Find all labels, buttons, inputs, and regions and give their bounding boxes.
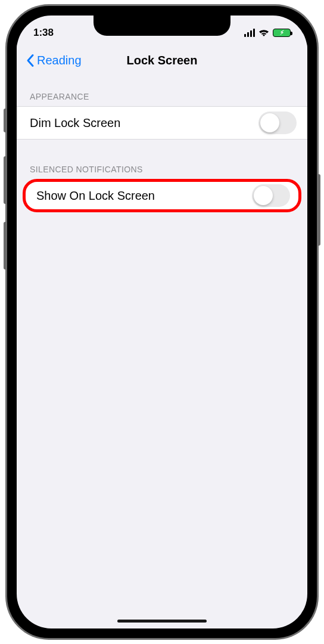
- side-button: [317, 174, 320, 246]
- row-group-appearance: Dim Lock Screen: [17, 106, 307, 140]
- back-label: Reading: [37, 54, 82, 67]
- screen: 1:38 ⚡︎ Reading Lock Screen APPEARANCE: [17, 16, 307, 628]
- content: APPEARANCE Dim Lock Screen SILENCED NOTI…: [17, 76, 307, 212]
- notch: [94, 16, 230, 36]
- row-show-on-lock-screen[interactable]: Show On Lock Screen: [23, 179, 301, 212]
- section-header-appearance: APPEARANCE: [17, 88, 307, 106]
- section-header-silenced: SILENCED NOTIFICATIONS: [17, 161, 307, 179]
- volume-down-button: [4, 222, 7, 270]
- back-button[interactable]: Reading: [26, 54, 82, 67]
- spacer: [17, 140, 307, 161]
- row-label: Dim Lock Screen: [30, 116, 120, 130]
- toggle-dim-lock-screen[interactable]: [258, 112, 297, 134]
- mute-switch: [4, 109, 7, 132]
- toggle-show-on-lock-screen[interactable]: [252, 184, 290, 207]
- chevron-left-icon: [26, 54, 35, 67]
- battery-icon: ⚡︎: [273, 29, 291, 37]
- highlight-show-on-lock-screen: Show On Lock Screen: [23, 179, 301, 212]
- row-dim-lock-screen[interactable]: Dim Lock Screen: [17, 106, 307, 140]
- nav-title: Lock Screen: [127, 54, 198, 67]
- status-time: 1:38: [33, 27, 54, 39]
- phone-frame: 1:38 ⚡︎ Reading Lock Screen APPEARANCE: [7, 6, 317, 638]
- cellular-icon: [244, 29, 255, 37]
- wifi-icon: [258, 29, 269, 37]
- volume-up-button: [4, 156, 7, 204]
- home-indicator[interactable]: [117, 620, 207, 623]
- nav-bar: Reading Lock Screen: [17, 44, 307, 76]
- row-label: Show On Lock Screen: [36, 189, 155, 203]
- status-right: ⚡︎: [244, 29, 291, 37]
